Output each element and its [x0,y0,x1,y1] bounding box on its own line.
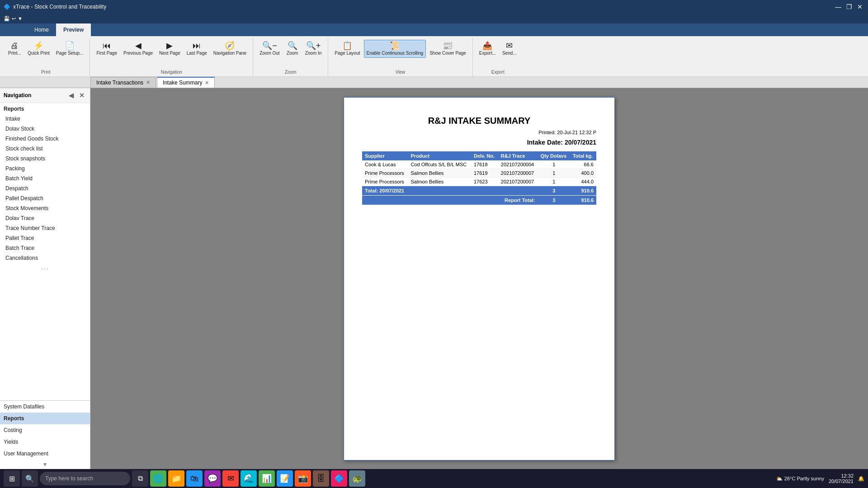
tab-intake-summary[interactable]: Intake Summary ✕ [157,77,215,88]
sidebar-item-intake[interactable]: Intake [0,114,90,124]
view-buttons: 📋 Page Layout 📜 Enable Continuous Scroll… [332,38,468,69]
tab-intake-transactions[interactable]: Intake Transactions ✕ [90,77,156,88]
send-button[interactable]: ✉ Send... [500,40,519,58]
row1-delv: 17618 [471,160,498,169]
prev-page-label: Previous Page [123,51,153,56]
sidebar-item-stock-snapshots[interactable]: Stock snapshots [0,154,90,164]
intake-date-label: Intake Date: [527,139,563,146]
taskbar-app-excel[interactable]: 📊 [259,470,275,487]
zoom-in-button[interactable]: 🔍+ Zoom In [302,40,325,58]
restore-btn[interactable]: ❐ [844,2,854,11]
clock-time: 12:32 [829,473,854,479]
nav-dots: ··· [0,263,90,274]
sidebar-close-btn[interactable]: ✕ [77,91,86,100]
taskbar-search-input[interactable] [40,472,130,485]
sidebar-collapse-btn[interactable]: ◀ [67,91,75,100]
quick-print-button[interactable]: ⚡ Quick Print [25,40,52,58]
taskbar-app-edge[interactable]: 🌊 [241,470,257,487]
taskbar-app-store[interactable]: 🛍 [186,470,203,487]
print-icon: 🖨 [10,42,19,50]
ribbon-group-print: 🖨 Print... ⚡ Quick Print 📄 Page Setup...… [2,38,90,76]
first-page-button[interactable]: ⏮ First Page [94,40,120,58]
zoom-group-label: Zoom [285,69,297,76]
notification-icon[interactable]: 🔔 [858,476,864,482]
content-area: Navigation ◀ ✕ Reports Intake Dolav Stoc… [0,88,868,469]
sidebar-item-finished-goods[interactable]: Finished Goods Stock [0,134,90,144]
bottom-item-yields[interactable]: Yields [0,436,90,448]
sidebar-item-pallet-trace[interactable]: Pallet Trace [0,233,90,243]
quick-dropdown-icon[interactable]: ▼ [18,16,23,21]
tab-preview[interactable]: Preview [56,23,91,36]
zoom-out-icon: 🔍− [262,42,277,50]
sidebar-item-batch-trace[interactable]: Batch Trace [0,243,90,253]
taskbar-app-db[interactable]: 🗄 [313,470,329,487]
page-setup-label: Page Setup... [56,51,84,56]
prev-page-button[interactable]: ◀ Previous Page [121,40,156,58]
row3-supplier: Prime Processors [362,178,408,186]
sidebar-item-batch-yield[interactable]: Batch Yield [0,174,90,183]
page-layout-button[interactable]: 📋 Page Layout [332,40,363,58]
sidebar-item-dolav-stock[interactable]: Dolav Stock [0,124,90,134]
search-button[interactable]: 🔍 [22,470,38,487]
sidebar-item-pallet-despatch[interactable]: Pallet Despatch [0,193,90,203]
bottom-item-system-datafiles[interactable]: System Datafiles [0,401,90,413]
export-button[interactable]: 📤 Export... [476,40,499,58]
task-view-button[interactable]: ⧉ [132,470,148,487]
intake-date-value: 20/07/2021 [565,139,596,146]
sidebar-bottom: System Datafiles Reports Costing Yields … [0,400,90,469]
sidebar-scroll-down[interactable]: ▼ [0,460,90,469]
sidebar-item-trace-number[interactable]: Trace Number Trace [0,223,90,233]
next-page-button[interactable]: ▶ Next Page [156,40,183,58]
row1-trace: 202107200004 [498,160,538,169]
title-bar-left: 🔷 xTrace - Stock Control and Traceabilit… [4,4,106,10]
taskbar-app-chrome[interactable]: 🌐 [150,470,166,487]
taskbar-app-teams[interactable]: 💬 [204,470,221,487]
zoom-in-icon: 🔍+ [306,42,321,50]
show-cover-icon: 📰 [443,42,453,50]
close-intake-transactions[interactable]: ✕ [146,80,150,85]
sidebar-item-despatch[interactable]: Despatch [0,183,90,193]
continuous-scroll-button[interactable]: 📜 Enable Continuous Scrolling [364,40,426,58]
zoom-button[interactable]: 🔍 Zoom [283,40,302,58]
taskbar-app-files[interactable]: 📁 [168,470,184,487]
nav-pane-button[interactable]: 🧭 Navigation Pane [211,40,249,58]
minimize-btn[interactable]: — [834,2,843,11]
sidebar-item-dolav-trace[interactable]: Dolav Trace [0,213,90,223]
taskbar-app-tool[interactable]: 🐢 [349,470,365,487]
quick-save-icon[interactable]: 💾 [4,16,10,22]
last-page-button[interactable]: ⏭ Last Page [184,40,210,58]
sidebar-header: Navigation ◀ ✕ [0,88,90,103]
show-cover-button[interactable]: 📰 Show Cover Page [427,40,469,58]
zoom-out-button[interactable]: 🔍− Zoom Out [257,40,282,58]
print-button[interactable]: 🖨 Print... [5,40,24,58]
close-intake-summary[interactable]: ✕ [205,80,209,86]
taskbar-app-photos[interactable]: 📸 [295,470,311,487]
prev-page-icon: ◀ [135,42,142,50]
tab-home[interactable]: Home [27,23,56,36]
title-bar-controls[interactable]: — ❐ ✕ [834,2,864,11]
taskbar-app-word[interactable]: 📝 [277,470,293,487]
bottom-item-costing[interactable]: Costing [0,424,90,436]
sidebar-item-stock-movements[interactable]: Stock Movements [0,203,90,213]
bottom-item-user-management[interactable]: User Management [0,448,90,460]
sidebar-item-stock-check[interactable]: Stock check list [0,144,90,154]
sidebar-title: Navigation [4,92,31,99]
bottom-item-reports[interactable]: Reports [0,413,90,424]
quick-access-bar: 💾 ↩ ▼ [0,14,868,23]
taskbar-app-xtrace[interactable]: 🔷 [331,470,347,487]
main-view[interactable]: R&J INTAKE SUMMARY Printed: 20-Jul-21 12… [90,88,868,469]
sidebar-item-packing[interactable]: Packing [0,164,90,174]
zoom-icon: 🔍 [288,42,297,50]
total-label: Total: 20/07/2021 [362,186,538,196]
quick-undo-icon[interactable]: ↩ [12,16,16,22]
close-btn[interactable]: ✕ [855,2,864,11]
start-button[interactable]: ⊞ [4,470,20,487]
row1-supplier: Cook & Lucas [362,160,408,169]
taskbar-app-mail[interactable]: ✉ [222,470,239,487]
report-table: Supplier Product Delv. No. R&J Trace Qty… [362,151,596,205]
page-setup-button[interactable]: 📄 Page Setup... [53,40,86,58]
sidebar-item-cancellations[interactable]: Cancellations [0,253,90,263]
table-row: Cook & Lucas Cod Offcuts S/L B/L MSC 176… [362,160,596,169]
weather-text: 26°C Partly sunny [784,476,824,481]
ribbon-tabs: Home Preview [0,23,868,36]
